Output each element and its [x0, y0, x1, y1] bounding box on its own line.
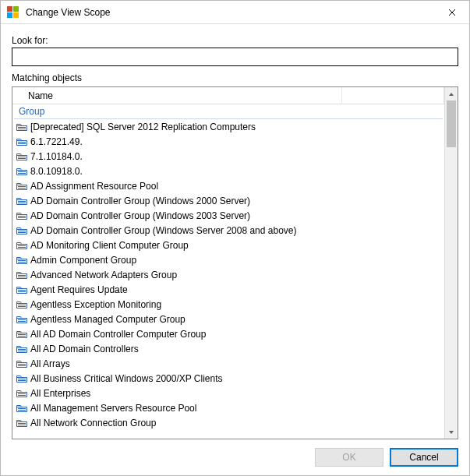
list-item-label: All Business Critical Windows 2000/XP Cl… — [30, 373, 223, 384]
group-icon — [16, 285, 28, 294]
svg-rect-32 — [18, 364, 26, 365]
scroll-up-arrow-icon[interactable] — [445, 87, 458, 100]
list-item[interactable]: [Deprecated] SQL Server 2012 Replication… — [12, 119, 444, 134]
group-icon — [16, 241, 28, 250]
group-header[interactable]: Group — [14, 104, 443, 119]
svg-rect-22 — [18, 290, 26, 291]
dialog-footer: OK Cancel — [1, 439, 469, 475]
svg-rect-10 — [18, 201, 26, 202]
svg-rect-4 — [18, 157, 26, 157]
ok-button: OK — [315, 448, 383, 467]
list-item-label: AD Domain Controller Group (Windows 2000… — [30, 196, 250, 206]
close-button[interactable] — [434, 1, 469, 24]
ok-button-label: OK — [342, 452, 355, 463]
svg-rect-34 — [18, 379, 26, 379]
svg-rect-28 — [18, 334, 26, 335]
svg-rect-25 — [18, 306, 26, 307]
group-icon — [16, 270, 28, 280]
list-item[interactable]: All AD Domain Controller Computer Group — [12, 326, 444, 341]
svg-rect-7 — [18, 173, 26, 174]
svg-rect-8 — [18, 186, 26, 187]
list-item[interactable]: Agent Requires Update — [12, 282, 444, 297]
list-item[interactable]: All Business Critical Windows 2000/XP Cl… — [12, 371, 444, 386]
list-item[interactable]: AD Monitoring Client Computer Group — [12, 238, 444, 252]
column-header-name[interactable]: Name — [27, 87, 342, 104]
svg-rect-20 — [18, 275, 26, 276]
list-item-label: All Arrays — [30, 358, 70, 369]
title-bar: Change View Scope — [1, 1, 469, 24]
svg-rect-16 — [18, 245, 26, 246]
svg-rect-21 — [18, 277, 26, 277]
group-icon — [16, 374, 28, 383]
group-icon — [16, 300, 28, 309]
group-icon — [16, 196, 28, 206]
column-header-row: Name — [12, 87, 444, 104]
column-header-name-label: Name — [28, 90, 53, 101]
group-icon — [16, 122, 28, 132]
group-icon — [16, 152, 28, 161]
list-item[interactable]: AD Assignment Resource Pool — [12, 178, 444, 193]
lookfor-label: Look for: — [12, 35, 458, 46]
svg-rect-23 — [18, 291, 26, 292]
list-item-label: All AD Domain Controllers — [30, 344, 139, 354]
list-item[interactable]: AD Domain Controller Group (Windows Serv… — [12, 223, 444, 238]
group-icon — [16, 315, 28, 324]
list-item[interactable]: Admin Component Group — [12, 252, 444, 267]
vertical-scrollbar[interactable] — [444, 87, 458, 439]
list-item[interactable]: All Arrays — [12, 356, 444, 371]
cancel-button[interactable]: Cancel — [390, 448, 458, 467]
list-item[interactable]: 6.1.7221.49. — [12, 134, 444, 149]
scroll-track[interactable] — [445, 100, 458, 425]
svg-rect-1 — [18, 129, 26, 129]
list-item[interactable]: Advanced Network Adapters Group — [12, 267, 444, 282]
svg-rect-41 — [18, 425, 26, 425]
svg-rect-9 — [18, 188, 26, 189]
svg-rect-2 — [18, 142, 26, 143]
svg-rect-35 — [18, 380, 26, 381]
list-item-label: AD Domain Controller Group (Windows 2003… — [30, 210, 250, 221]
list-item-label: All AD Domain Controller Computer Group — [30, 329, 206, 340]
list-item-label: Agentless Managed Computer Group — [30, 314, 186, 325]
svg-rect-37 — [18, 395, 26, 396]
list-item[interactable]: 7.1.10184.0. — [12, 149, 444, 164]
list-item[interactable]: Agentless Managed Computer Group — [12, 312, 444, 326]
svg-rect-12 — [18, 216, 26, 217]
group-icon — [16, 389, 28, 398]
svg-rect-5 — [18, 158, 26, 159]
list-item[interactable]: All AD Domain Controllers — [12, 341, 444, 356]
svg-rect-40 — [18, 423, 26, 424]
group-icon — [16, 137, 28, 146]
column-header-empty[interactable] — [342, 87, 444, 104]
list-item[interactable]: All Network Connection Group — [12, 415, 444, 430]
list-item-label: All Enterprises — [30, 388, 90, 399]
svg-rect-33 — [18, 365, 26, 366]
scroll-thumb[interactable] — [447, 100, 456, 147]
svg-rect-29 — [18, 336, 26, 337]
lookfor-input[interactable] — [12, 48, 458, 66]
list-item-label: 6.1.7221.49. — [30, 136, 83, 147]
list-item-label: Admin Component Group — [30, 255, 136, 266]
svg-rect-18 — [18, 260, 26, 261]
svg-rect-31 — [18, 351, 26, 351]
list-item[interactable]: Agentless Exception Monitoring — [12, 297, 444, 312]
list-item-label: 8.0.10918.0. — [30, 166, 83, 177]
svg-rect-6 — [18, 171, 26, 172]
list-item-label: Agent Requires Update — [30, 284, 128, 295]
list-item[interactable]: All Management Servers Resource Pool — [12, 400, 444, 415]
group-icon — [16, 182, 28, 191]
list-item[interactable]: 8.0.10918.0. — [12, 164, 444, 178]
group-icon — [16, 330, 28, 339]
group-icon — [16, 226, 28, 235]
list-item[interactable]: AD Domain Controller Group (Windows 2003… — [12, 208, 444, 223]
svg-rect-24 — [18, 305, 26, 305]
scroll-down-arrow-icon[interactable] — [445, 425, 458, 439]
svg-rect-26 — [18, 319, 26, 320]
list-item[interactable]: All Enterprises — [12, 386, 444, 400]
results-listbox[interactable]: Name Group [Deprecated] SQL Server 2012 … — [12, 86, 458, 439]
svg-rect-36 — [18, 393, 26, 394]
app-icon — [7, 6, 19, 19]
list-item[interactable]: AD Domain Controller Group (Windows 2000… — [12, 193, 444, 208]
list-item-label: 7.1.10184.0. — [30, 151, 83, 162]
list-item-label: All Network Connection Group — [30, 418, 156, 428]
svg-rect-17 — [18, 247, 26, 248]
